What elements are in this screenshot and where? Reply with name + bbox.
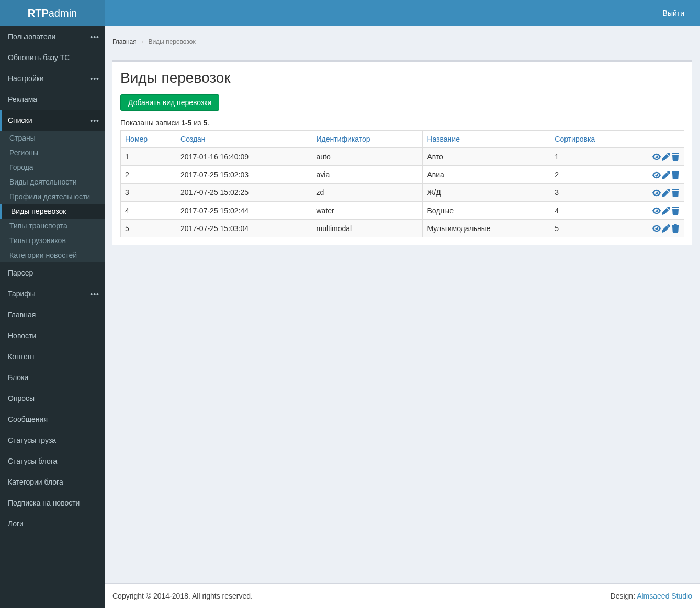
cell-name: Авиа	[423, 166, 550, 183]
logout-link[interactable]: Выйти	[655, 1, 692, 25]
col-sort[interactable]: Сортировка	[555, 135, 595, 143]
sidebar-item: Пользователи•••	[0, 26, 105, 47]
footer-design: Design: Almsaeed Studio	[611, 592, 692, 600]
sidebar-item: Контент	[0, 346, 105, 367]
footer: Copyright © 2014-2018. All rights reserv…	[105, 583, 700, 608]
sidebar-link[interactable]: Парсер	[0, 262, 105, 283]
logo-bold: RTP	[28, 7, 49, 19]
sidebar-item: Главная	[0, 304, 105, 325]
delete-icon[interactable]	[671, 224, 680, 233]
sidebar-sublink[interactable]: Категории новостей	[0, 248, 105, 262]
sidebar-sublink[interactable]: Профили деятельности	[0, 189, 105, 204]
cell-actions	[637, 148, 684, 166]
header: RTPadmin Выйти	[0, 0, 700, 26]
sidebar-link[interactable]: Категории блога	[0, 472, 105, 492]
edit-icon[interactable]	[662, 189, 670, 197]
cell-sort: 2	[550, 166, 637, 183]
cell-created: 2017-07-25 15:02:25	[176, 183, 312, 201]
data-table: Номер Создан Идентификатор Название Сорт…	[120, 130, 684, 237]
sidebar-item: Статусы груза	[0, 430, 105, 451]
sidebar-sublink[interactable]: Типы транспорта	[0, 219, 105, 233]
breadcrumb-separator: ›	[141, 38, 143, 45]
sidebar-item: Тарифы•••	[0, 283, 105, 304]
sidebar-link[interactable]: Тарифы	[0, 283, 105, 304]
sidebar-subitem: Категории новостей	[0, 248, 105, 262]
sidebar-item: Опросы	[0, 388, 105, 409]
footer-design-link[interactable]: Almsaeed Studio	[637, 592, 692, 600]
edit-icon[interactable]	[662, 207, 670, 215]
logo[interactable]: RTPadmin	[0, 0, 105, 26]
sidebar-subitem: Типы транспорта	[0, 219, 105, 233]
cell-created: 2017-07-25 15:02:44	[176, 201, 312, 219]
cell-name: Ж/Д	[423, 183, 550, 201]
edit-icon[interactable]	[662, 224, 670, 233]
cell-number: 4	[121, 201, 176, 219]
cell-actions	[637, 201, 684, 219]
sidebar-item: Новости	[0, 325, 105, 346]
sidebar-sublink[interactable]: Виды перевозок	[0, 204, 105, 219]
sidebar-link[interactable]: Статусы блога	[0, 451, 105, 472]
delete-icon[interactable]	[671, 171, 680, 179]
sidebar-menu: Пользователи•••Обновить базу ТСНастройки…	[0, 26, 105, 534]
sidebar-link[interactable]: Логи	[0, 513, 105, 534]
sidebar-link[interactable]: Пользователи	[0, 26, 105, 47]
cell-identifier: zd	[312, 183, 423, 201]
sidebar-link[interactable]: Подписка на новости	[0, 492, 105, 513]
sidebar-subitem: Страны	[0, 131, 105, 145]
sidebar-link[interactable]: Статусы груза	[0, 430, 105, 451]
add-transport-type-button[interactable]: Добавить вид перевозки	[120, 94, 219, 111]
cell-sort: 4	[550, 201, 637, 219]
sidebar-link[interactable]: Списки	[0, 110, 105, 131]
ellipsis-icon: •••	[90, 290, 99, 299]
cell-identifier: water	[312, 201, 423, 219]
view-icon[interactable]	[652, 171, 661, 179]
sidebar-link[interactable]: Настройки	[0, 68, 105, 89]
sidebar-subitem: Города	[0, 160, 105, 175]
sidebar-item: Парсер	[0, 262, 105, 283]
delete-icon[interactable]	[671, 153, 680, 161]
page-title: Виды перевозок	[120, 70, 684, 86]
sidebar-item: Настройки•••	[0, 68, 105, 89]
sidebar-subitem: Профили деятельности	[0, 189, 105, 204]
table-row: 32017-07-25 15:02:25zdЖ/Д3	[121, 183, 684, 201]
col-number[interactable]: Номер	[125, 135, 148, 143]
cell-identifier: avia	[312, 166, 423, 183]
sidebar-subitem: Типы грузовиков	[0, 233, 105, 248]
sidebar-subitem: Виды деятельности	[0, 175, 105, 189]
view-icon[interactable]	[652, 207, 661, 215]
col-name[interactable]: Название	[427, 135, 460, 143]
sidebar-sublink[interactable]: Типы грузовиков	[0, 233, 105, 248]
cell-sort: 5	[550, 220, 637, 237]
delete-icon[interactable]	[671, 189, 680, 197]
sidebar-subitem: Виды перевозок	[0, 204, 105, 219]
cell-number: 3	[121, 183, 176, 201]
sidebar-item: Сообщения	[0, 409, 105, 430]
sidebar-link[interactable]: Блоки	[0, 367, 105, 388]
view-icon[interactable]	[652, 224, 661, 233]
sidebar-link[interactable]: Реклама	[0, 89, 105, 110]
table-row: 22017-07-25 15:02:03aviaАвиа2	[121, 166, 684, 183]
sidebar-link[interactable]: Главная	[0, 304, 105, 325]
sidebar-sublink[interactable]: Страны	[0, 131, 105, 145]
cell-number: 5	[121, 220, 176, 237]
sidebar-link[interactable]: Контент	[0, 346, 105, 367]
sidebar-sublink[interactable]: Виды деятельности	[0, 175, 105, 189]
view-icon[interactable]	[652, 189, 661, 197]
col-identifier[interactable]: Идентификатор	[317, 135, 370, 143]
sidebar-link[interactable]: Сообщения	[0, 409, 105, 430]
view-icon[interactable]	[652, 153, 661, 161]
sidebar-link[interactable]: Опросы	[0, 388, 105, 409]
delete-icon[interactable]	[671, 207, 680, 215]
edit-icon[interactable]	[662, 153, 670, 161]
breadcrumb-home[interactable]: Главная	[112, 38, 137, 45]
col-created[interactable]: Создан	[180, 135, 206, 143]
sidebar-sublink[interactable]: Регионы	[0, 145, 105, 160]
cell-identifier: multimodal	[312, 220, 423, 237]
ellipsis-icon: •••	[90, 117, 99, 125]
sidebar-link[interactable]: Обновить базу ТС	[0, 47, 105, 68]
sidebar-item: Подписка на новости	[0, 492, 105, 513]
edit-icon[interactable]	[662, 171, 670, 179]
cell-created: 2017-07-25 15:03:04	[176, 220, 312, 237]
sidebar-sublink[interactable]: Города	[0, 160, 105, 175]
sidebar-link[interactable]: Новости	[0, 325, 105, 346]
